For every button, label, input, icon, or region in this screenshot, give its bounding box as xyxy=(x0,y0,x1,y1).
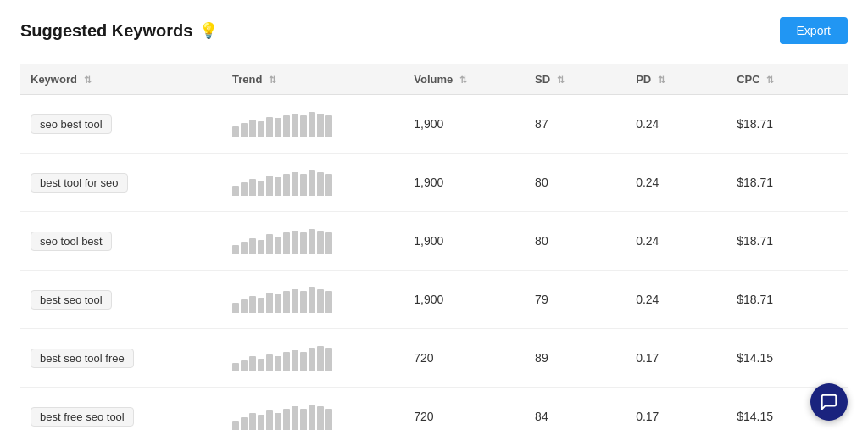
cell-volume: 720 xyxy=(403,329,525,388)
trend-bar xyxy=(266,176,273,196)
trend-bar xyxy=(317,406,324,430)
trend-bar xyxy=(317,346,324,371)
trend-chart xyxy=(232,403,393,430)
keyword-pill[interactable]: best seo tool xyxy=(31,290,112,310)
sort-icon-pd[interactable]: ⇅ xyxy=(658,75,665,86)
cell-keyword: best free seo tool xyxy=(20,388,222,442)
sort-icon-sd[interactable]: ⇅ xyxy=(557,75,565,86)
cell-trend xyxy=(222,154,403,212)
trend-bar xyxy=(241,123,248,137)
trend-bar xyxy=(232,126,239,137)
keyword-pill[interactable]: seo tool best xyxy=(31,232,112,251)
trend-bar xyxy=(292,289,298,313)
sort-icon-volume[interactable]: ⇅ xyxy=(459,75,467,86)
trend-bar xyxy=(249,356,256,371)
chat-button[interactable] xyxy=(810,383,848,421)
cell-cpc: $18.71 xyxy=(726,95,848,154)
trend-bar xyxy=(317,114,324,137)
cell-volume: 1,900 xyxy=(403,154,525,212)
trend-bar xyxy=(275,413,281,430)
col-header-sd: SD ⇅ xyxy=(525,64,626,95)
trend-bar xyxy=(266,234,273,254)
trend-bar xyxy=(241,182,248,196)
trend-bar xyxy=(309,287,315,313)
trend-bar xyxy=(309,405,315,430)
keyword-pill[interactable]: best seo tool free xyxy=(31,349,134,368)
cell-pd: 0.17 xyxy=(626,388,726,442)
sort-icon-trend[interactable]: ⇅ xyxy=(269,75,276,86)
page-container: Suggested Keywords 💡 Export Keyword ⇅ Tr… xyxy=(0,0,868,441)
cell-pd: 0.24 xyxy=(626,212,726,271)
table-row: best seo tool1,900790.24$18.71 xyxy=(20,271,848,329)
trend-bar xyxy=(249,238,256,254)
cell-keyword: best tool for seo xyxy=(20,154,222,212)
export-button[interactable]: Export xyxy=(780,17,848,44)
trend-bar xyxy=(266,410,273,430)
trend-bar xyxy=(249,120,256,137)
cell-pd: 0.24 xyxy=(626,95,726,154)
cell-volume: 1,900 xyxy=(403,212,525,271)
col-header-pd: PD ⇅ xyxy=(626,64,726,95)
trend-bar xyxy=(292,172,298,196)
trend-bar xyxy=(258,121,264,137)
trend-bar xyxy=(317,172,324,196)
cell-cpc: $18.71 xyxy=(726,212,848,271)
trend-bar xyxy=(300,409,307,430)
trend-bar xyxy=(283,115,290,137)
trend-bar xyxy=(300,352,307,371)
trend-bar xyxy=(326,115,332,137)
keyword-pill[interactable]: best free seo tool xyxy=(31,407,134,427)
cell-sd: 84 xyxy=(525,388,626,442)
trend-bar xyxy=(241,299,248,313)
trend-bar xyxy=(275,356,281,371)
cell-trend xyxy=(222,329,403,388)
cell-sd: 87 xyxy=(525,95,626,154)
keyword-pill[interactable]: best tool for seo xyxy=(31,173,128,193)
trend-bar xyxy=(275,118,281,137)
trend-bar xyxy=(241,360,248,371)
cell-cpc: $14.15 xyxy=(726,329,848,388)
keywords-table: Keyword ⇅ Trend ⇅ Volume ⇅ SD ⇅ PD ⇅ xyxy=(20,64,848,441)
cell-sd: 89 xyxy=(525,329,626,388)
trend-bar xyxy=(283,291,290,313)
trend-bar xyxy=(309,112,315,137)
trend-bar xyxy=(249,296,256,313)
trend-chart xyxy=(232,344,393,371)
trend-bar xyxy=(275,177,281,196)
trend-bar xyxy=(309,170,315,196)
trend-bar xyxy=(283,232,290,254)
cell-trend xyxy=(222,271,403,329)
cell-pd: 0.24 xyxy=(626,271,726,329)
col-header-trend: Trend ⇅ xyxy=(222,64,403,95)
trend-bar xyxy=(232,245,239,254)
trend-bar xyxy=(283,352,290,371)
trend-bar xyxy=(232,363,239,371)
table-header-row: Keyword ⇅ Trend ⇅ Volume ⇅ SD ⇅ PD ⇅ xyxy=(20,64,848,95)
trend-bar xyxy=(249,413,256,430)
trend-bar xyxy=(275,294,281,313)
trend-bar xyxy=(326,348,332,371)
col-header-keyword: Keyword ⇅ xyxy=(20,64,222,95)
col-header-cpc: CPC ⇅ xyxy=(726,64,848,95)
cell-keyword: seo best tool xyxy=(20,95,222,154)
table-row: seo tool best1,900800.24$18.71 xyxy=(20,212,848,271)
cell-volume: 1,900 xyxy=(403,95,525,154)
trend-bar xyxy=(300,174,307,196)
table-row: best tool for seo1,900800.24$18.71 xyxy=(20,154,848,212)
cell-cpc: $18.71 xyxy=(726,271,848,329)
keyword-pill[interactable]: seo best tool xyxy=(31,114,112,134)
trend-bar xyxy=(249,179,256,196)
cell-sd: 80 xyxy=(525,212,626,271)
table-row: best seo tool free720890.17$14.15 xyxy=(20,329,848,388)
cell-sd: 79 xyxy=(525,271,626,329)
trend-chart xyxy=(232,286,393,313)
cell-keyword: seo tool best xyxy=(20,212,222,271)
trend-bar xyxy=(300,115,307,137)
trend-bar xyxy=(309,229,315,254)
sort-icon-cpc[interactable]: ⇅ xyxy=(766,75,774,86)
cell-sd: 80 xyxy=(525,154,626,212)
trend-bar xyxy=(326,174,332,196)
trend-bar xyxy=(232,186,239,196)
sort-icon-keyword[interactable]: ⇅ xyxy=(84,75,92,86)
col-header-volume: Volume ⇅ xyxy=(403,64,525,95)
